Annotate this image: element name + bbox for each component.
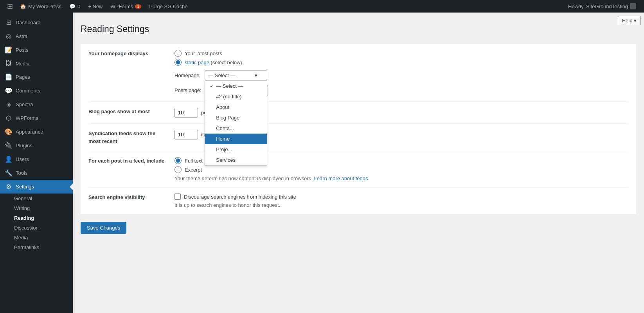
spectra-icon: ◈ [5,101,13,108]
syndication-section: Syndication feeds show the most recent i… [88,124,628,151]
comments-icon: 💬 [69,4,76,9]
blog-pages-input[interactable] [174,108,198,118]
dropdown-item-projects[interactable]: ✓ Proje... [205,144,267,155]
sidebar-item-wpforms[interactable]: ⬡ WPForms [0,111,73,125]
dropdown-item-no-title[interactable]: ✓ #2 (no title) [205,91,267,102]
dropdown-item-about[interactable]: ✓ About [205,102,267,112]
save-changes-button[interactable]: Save Changes [81,222,126,234]
submenu-general[interactable]: General [0,194,73,203]
form-container: Your homepage displays Your latest posts… [81,44,636,214]
sidebar-item-comments[interactable]: 💬 Comments [0,84,73,98]
adminbar-site-name[interactable]: 🏠 My WordPress [16,0,65,13]
feed-description: Your theme determines how content is dis… [174,175,628,181]
syndication-input[interactable] [174,130,198,139]
sidebar-item-pages[interactable]: 📄 Pages [0,70,73,84]
sidebar-item-spectra[interactable]: ◈ Spectra [0,98,73,111]
adminbar-new[interactable]: + New [84,0,106,13]
learn-more-feeds-link[interactable]: Learn more about feeds [314,175,368,181]
blog-pages-section: Blog pages show at most posts [88,102,628,124]
feed-content-label: For each post in a feed, include [88,157,174,165]
homepage-displays-section: Your homepage displays Your latest posts… [88,44,628,102]
radio-static-page: static page (select below) [174,59,628,66]
radio-excerpt-input[interactable] [174,166,182,173]
posts-icon: 📝 [5,46,13,54]
sidebar-item-settings[interactable]: ⚙ Settings [0,180,73,194]
submenu-permalinks[interactable]: Permalinks [0,242,73,252]
submenu-media[interactable]: Media [0,233,73,242]
adminbar-user: Howdy, SiteGroundTesting [564,3,640,9]
media-icon: 🖼 [5,60,13,67]
sidebar-item-posts[interactable]: 📝 Posts [0,43,73,57]
radio-full-text-label[interactable]: Full text [185,158,203,164]
adminbar-comments[interactable]: 💬 0 [65,0,84,13]
search-engine-checkbox-label: Discourage search engines from indexing … [174,194,628,200]
dropdown-arrow-icon: ▾ [255,72,257,78]
settings-submenu: General Writing Reading Discussion Media… [0,194,73,252]
homepage-select-row: Homepage: — Select — ▾ [174,71,267,80]
settings-form: Your homepage displays Your latest posts… [81,44,636,234]
sidebar-item-dashboard[interactable]: ⊞ Dashboard [0,16,73,29]
dropdown-item-services[interactable]: ✓ Services [205,155,267,165]
wp-logo-icon[interactable]: ⊞ [4,2,16,11]
submenu-reading[interactable]: Reading [0,213,73,223]
radio-full-text-input[interactable] [174,157,182,164]
sidebar-item-plugins[interactable]: 🔌 Plugins [0,139,73,152]
radio-static-page-label: static page (select below) [185,60,242,65]
adminbar-wpforms[interactable]: WPForms 1 [106,0,145,13]
submenu-discussion[interactable]: Discussion [0,223,73,233]
pages-icon: 📄 [5,73,13,81]
homepage-dropdown-trigger[interactable]: — Select — ▾ [205,71,267,80]
page-title: Reading Settings [81,20,636,36]
homepage-displays-label: Your homepage displays [88,50,174,58]
search-engine-checkbox[interactable] [174,194,181,200]
search-engine-description: It is up to search engines to honor this… [174,202,628,208]
appearance-icon: 🎨 [5,128,13,136]
radio-excerpt-label[interactable]: Excerpt [185,167,202,173]
sidebar-item-astra[interactable]: ◎ Astra [0,29,73,43]
submenu-writing[interactable]: Writing [0,203,73,213]
avatar [630,3,636,9]
static-page-link[interactable]: static page [185,60,209,65]
radio-latest-posts-label[interactable]: Your latest posts [185,51,222,56]
help-button-area: Help ▾ [615,13,644,28]
blog-pages-label: Blog pages show at most [88,108,174,116]
main-content: Reading Settings Your homepage displays … [73,13,644,313]
home-icon: 🏠 [20,4,26,9]
dropdown-item-contact[interactable]: ✓ Conta... [205,123,267,134]
settings-icon: ⚙ [5,183,13,190]
comments-menu-icon: 💬 [5,87,13,94]
sidebar-item-users[interactable]: 👤 Users [0,152,73,166]
search-engine-section: Search engine visibility Discourage sear… [88,188,628,214]
users-icon: 👤 [5,156,13,163]
homepage-dropdown-container: — Select — ▾ ✓ — Select — [205,71,267,80]
plugins-icon: 🔌 [5,142,13,149]
admin-bar: ⊞ 🏠 My WordPress 💬 0 + New WPForms 1 Pur… [0,0,644,13]
homepage-dropdown-open: ✓ — Select — ✓ #2 (no title) [205,80,267,166]
wpforms-icon: ⬡ [5,114,13,122]
dropdown-item-home[interactable]: ✓ Home [205,134,267,144]
help-button[interactable]: Help ▾ [618,16,641,25]
homepage-select-label: Homepage: [174,72,201,78]
adminbar-purge-cache[interactable]: Purge SG Cache [145,0,191,13]
dropdown-item-blog-page[interactable]: ✓ Blog Page [205,112,267,123]
sidebar-item-appearance[interactable]: 🎨 Appearance [0,125,73,139]
search-engine-control: Discourage search engines from indexing … [174,194,628,208]
tools-icon: 🔧 [5,169,13,177]
feed-content-section: For each post in a feed, include Full te… [88,151,628,188]
radio-latest-posts-input[interactable] [174,50,182,57]
search-engine-label: Search engine visibility [88,194,174,201]
dashboard-icon: ⊞ [5,19,13,26]
posts-page-label: Posts page: [174,87,201,93]
radio-excerpt: Excerpt [174,166,628,173]
homepage-displays-control: Your latest posts static page (select be… [174,50,628,96]
syndication-label: Syndication feeds show the most recent [88,130,174,145]
admin-menu: ⊞ Dashboard ◎ Astra 📝 Posts 🖼 Media 📄 Pa… [0,13,73,313]
homepage-dropdown-value: — Select — [208,72,235,78]
astra-icon: ◎ [5,33,13,40]
sidebar-item-tools[interactable]: 🔧 Tools [0,166,73,180]
radio-static-page-input[interactable] [174,59,182,66]
dropdown-item-select[interactable]: ✓ — Select — [205,81,267,91]
sidebar-item-media[interactable]: 🖼 Media [0,57,73,70]
page-selects: Homepage: — Select — ▾ [174,71,628,96]
radio-latest-posts: Your latest posts [174,50,628,57]
